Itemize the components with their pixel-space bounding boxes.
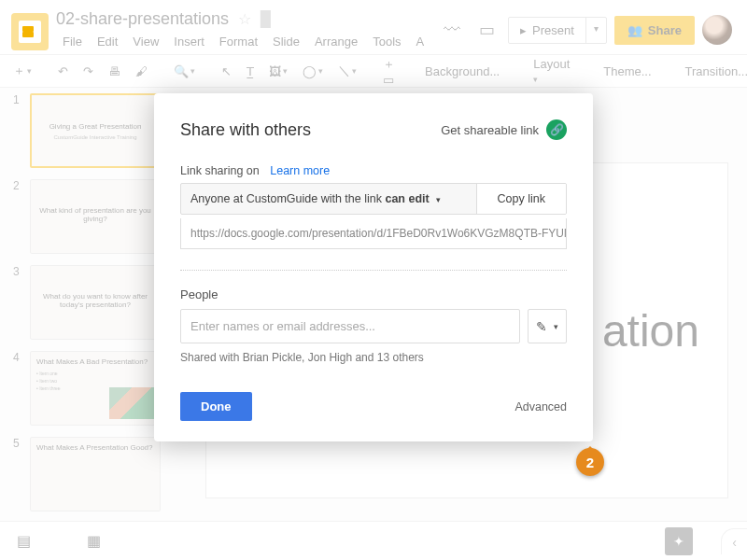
modal-overlay: Share with others Get shareable link 🔗 L…: [0, 0, 747, 560]
shared-with-text: Shared with Brian Pickle, Jon High and 1…: [180, 351, 567, 364]
link-icon: 🔗: [546, 119, 567, 140]
permission-level: can edit: [385, 192, 429, 205]
permission-box: Anyone at CustomGuide with the link can …: [180, 183, 567, 215]
shareable-link-label: Get shareable link: [441, 123, 539, 137]
divider: [180, 270, 567, 271]
done-button[interactable]: Done: [180, 392, 252, 421]
people-label: People: [180, 287, 567, 301]
learn-more-link[interactable]: Learn more: [270, 164, 330, 177]
chevron-down-icon: ▾: [436, 195, 441, 204]
dialog-header: Share with others Get shareable link 🔗: [180, 119, 567, 140]
dialog-footer: Done Advanced: [180, 392, 567, 421]
copy-link-button[interactable]: Copy link: [476, 184, 566, 214]
link-sharing-status: Link sharing on: [180, 164, 260, 177]
pencil-icon: ✎: [536, 319, 547, 334]
dialog-title: Share with others: [180, 120, 311, 140]
link-sharing-row: Link sharing on Learn more: [180, 164, 567, 177]
permission-dropdown[interactable]: Anyone at CustomGuide with the link can …: [181, 184, 476, 214]
annotation-callout-2: 2: [576, 448, 604, 476]
advanced-link[interactable]: Advanced: [514, 400, 567, 413]
permission-pencil-button[interactable]: ✎ ▾: [528, 309, 567, 343]
permission-prefix: Anyone at CustomGuide with the link: [190, 192, 385, 205]
callout-number: 2: [586, 455, 594, 470]
people-input[interactable]: [180, 309, 520, 343]
get-shareable-link[interactable]: Get shareable link 🔗: [441, 119, 567, 140]
people-row: ✎ ▾: [180, 309, 567, 343]
chevron-down-icon: ▾: [554, 322, 558, 331]
share-url-field[interactable]: https://docs.google.com/presentation/d/1…: [180, 218, 567, 249]
share-dialog: Share with others Get shareable link 🔗 L…: [154, 93, 593, 441]
